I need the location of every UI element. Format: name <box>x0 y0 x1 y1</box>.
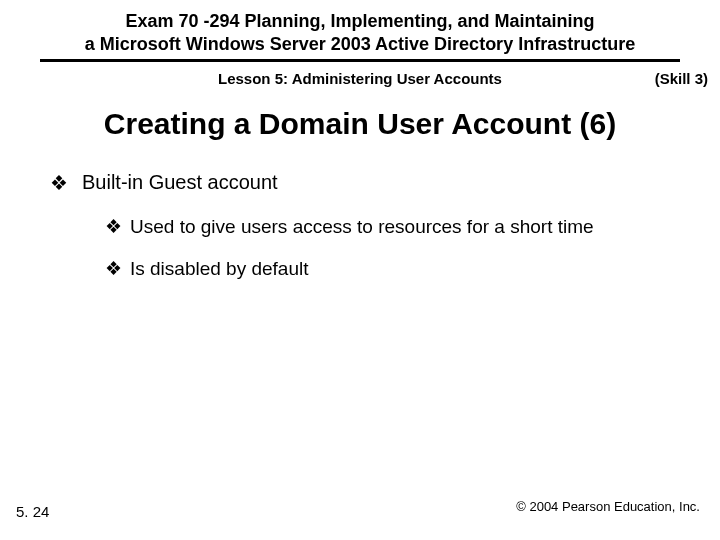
slide-header: Exam 70 -294 Planning, Implementing, and… <box>0 0 720 66</box>
exam-title-line1: Exam 70 -294 Planning, Implementing, and… <box>125 11 594 31</box>
list-item: ❖ Built-in Guest account <box>50 171 670 195</box>
lesson-label: Lesson 5: Administering User Accounts <box>218 70 502 87</box>
sub-list: ❖ Used to give users access to resources… <box>50 215 670 282</box>
page-number: 5. 24 <box>16 503 49 520</box>
list-item-text: Built-in Guest account <box>82 171 278 195</box>
exam-title-line2: a Microsoft Windows Server 2003 Active D… <box>85 34 635 54</box>
skill-label: (Skill 3) <box>655 70 708 87</box>
list-item: ❖ Used to give users access to resources… <box>105 215 670 240</box>
copyright: © 2004 Pearson Education, Inc. <box>516 499 700 514</box>
diamond-bullet-icon: ❖ <box>105 215 122 240</box>
diamond-bullet-icon: ❖ <box>50 171 68 195</box>
list-item: ❖ Is disabled by default <box>105 257 670 282</box>
diamond-bullet-icon: ❖ <box>105 257 122 282</box>
list-item-text: Is disabled by default <box>130 257 309 282</box>
exam-title: Exam 70 -294 Planning, Implementing, and… <box>40 10 680 62</box>
content-area: ❖ Built-in Guest account ❖ Used to give … <box>0 171 720 282</box>
list-item-text: Used to give users access to resources f… <box>130 215 594 240</box>
slide-title: Creating a Domain User Account (6) <box>20 107 700 141</box>
subheader: Lesson 5: Administering User Accounts (S… <box>0 66 720 93</box>
